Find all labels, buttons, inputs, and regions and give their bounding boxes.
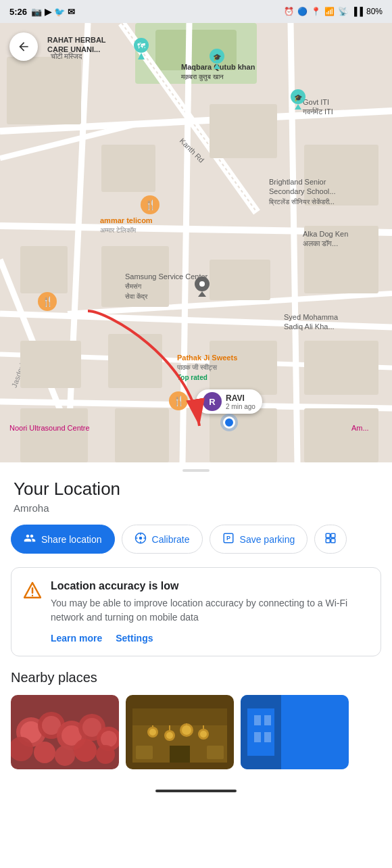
settings-link[interactable]: Settings [116,633,153,644]
learn-more-link[interactable]: Learn more [51,633,102,644]
map-view[interactable]: Jasdevi Rd Kanth Rd RAHAT HERBALCAR [0,23,392,462]
share-location-icon [24,532,36,546]
signal-icon: 📶 [324,7,335,16]
svg-point-88 [149,729,156,736]
teal-pin-qutub: 🎓 [210,49,224,73]
nearby-places-section: Nearby places [0,670,392,783]
location-info: Your Location Amroha [0,476,392,525]
svg-point-54 [139,537,142,540]
battery-level: 80% [366,7,383,16]
svg-point-82 [74,739,97,762]
save-parking-button[interactable]: P Save parking [210,525,308,554]
svg-rect-100 [136,746,153,759]
warning-icon [24,581,41,599]
more-icon [324,532,337,546]
svg-rect-19 [210,104,277,158]
svg-text:🎓: 🎓 [213,53,222,62]
svg-rect-62 [331,533,335,537]
svg-rect-61 [326,533,330,537]
share-location-label: Share location [41,534,102,545]
svg-text:🗺: 🗺 [137,41,145,51]
action-buttons-row: Share location Calibrate [0,525,392,567]
svg-rect-18 [101,145,155,192]
svg-point-97 [200,731,207,738]
ravi-location-dot [223,416,235,429]
map-label-masjid: चोटी मस्जिद [51,51,82,61]
svg-text:🍴: 🍴 [145,199,157,211]
home-indicator [0,783,392,796]
nearby-thumb-2[interactable] [126,695,234,769]
map-label-am: Am... [351,423,369,433]
svg-point-80 [34,742,55,763]
map-label-iti: Govt ITIगवर्नमेंट ITI [303,97,333,117]
map-label-alka: Alka Dog Kenअलका डॉग... [303,229,348,249]
svg-marker-46 [214,64,220,69]
svg-rect-63 [326,539,330,543]
home-bar [155,790,237,792]
svg-point-91 [166,732,173,739]
location-accuracy-card: Location accuracy is low You may be able… [11,567,381,656]
accuracy-card-text: You may be able to improve location accu… [51,596,368,625]
svg-rect-108 [264,732,271,742]
more-button[interactable] [314,525,347,554]
svg-text:P: P [226,535,230,541]
food-pin-telecom: 🍴 [141,195,160,217]
nearby-thumb-1[interactable] [11,695,119,769]
instagram-icon: 📷 [31,7,42,17]
bluetooth-icon: 🔵 [297,7,308,16]
svg-text:🎓: 🎓 [294,93,303,102]
back-button[interactable] [9,32,38,61]
svg-rect-101 [207,746,224,759]
calibrate-button[interactable]: Calibrate [122,525,203,554]
bottom-panel: Your Location Amroha Share location [0,462,392,783]
ravi-name: RAVI [226,393,255,403]
accuracy-card-title: Location accuracy is low [51,580,368,592]
gmail-icon: ✉ [68,7,75,17]
nearby-images-row [11,695,381,769]
save-parking-label: Save parking [240,534,295,545]
map-label-syed: Syed MohammaSadiq Ali Kha... [284,312,338,332]
svg-rect-17 [7,57,81,124]
svg-text:🍴: 🍴 [42,296,54,308]
svg-point-94 [182,725,191,735]
svg-rect-105 [254,715,261,725]
svg-rect-107 [254,732,261,742]
svg-point-67 [32,595,33,596]
alarm-icon: ⏰ [284,7,294,16]
twitter-icon: 🐦 [54,7,65,17]
calibrate-label: Calibrate [152,534,190,545]
red-arrow [68,304,216,442]
location-pin-rahat: 🗺 [134,38,149,62]
nearby-thumb-3[interactable] [241,695,349,769]
svg-rect-106 [264,715,271,725]
status-time: 5:26 [9,7,27,17]
status-bar: 5:26 📷 ▶ 🐦 ✉ ⏰ 🔵 📍 📶 📡 ▐▐ 80% [0,0,392,23]
food-pin-left: 🍴 [38,292,57,314]
svg-rect-86 [132,708,227,725]
svg-marker-36 [138,53,145,59]
calibrate-icon [134,532,147,546]
drag-handle-bar [182,469,210,472]
svg-rect-28 [304,341,378,395]
nearby-places-title: Nearby places [11,670,381,685]
svg-point-78 [101,731,117,747]
svg-marker-43 [198,291,206,297]
share-location-button[interactable]: Share location [11,525,115,554]
svg-rect-99 [170,746,190,763]
wifi-icon: 📡 [338,7,348,16]
svg-point-81 [55,746,75,766]
svg-point-42 [199,281,205,287]
svg-rect-21 [20,246,68,293]
teal-pin-iti: 🎓 [291,89,305,114]
drag-handle[interactable] [0,462,392,476]
svg-rect-64 [331,539,335,543]
ravi-time: 2 min ago [226,403,255,410]
location-pin-samsung [195,276,210,301]
svg-point-83 [96,745,115,764]
youtube-icon: ▶ [45,7,51,17]
location-subtitle: Amroha [14,502,378,514]
map-label-school: Brightland SeniorSecondary School...ब्रि… [269,177,335,206]
save-parking-icon: P [222,532,235,546]
location-title: Your Location [14,479,378,500]
svg-rect-32 [304,408,378,462]
